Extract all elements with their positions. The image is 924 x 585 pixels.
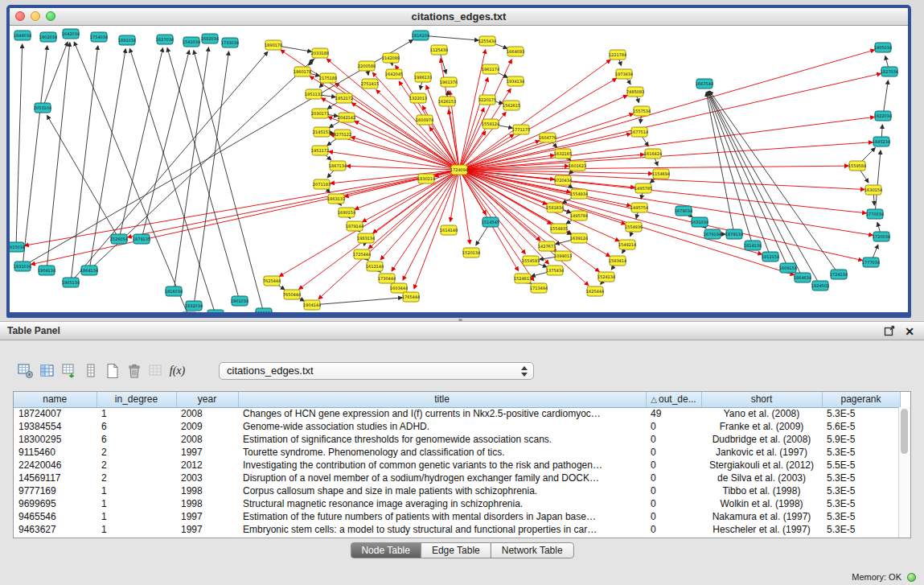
table-cell[interactable]: 2 <box>97 459 176 472</box>
table-cell[interactable]: Embryonic stem cells: a model to study s… <box>238 523 646 536</box>
table-settings-button[interactable] <box>14 361 36 381</box>
table-cell[interactable]: 0 <box>646 420 701 433</box>
table-row[interactable]: 1456911722003Disruption of a novel membe… <box>14 472 900 484</box>
table-cell[interactable]: 19384554 <box>14 420 97 433</box>
table-cell[interactable]: 2 <box>97 446 176 459</box>
table-cell[interactable]: 2009 <box>176 420 238 433</box>
table-cell[interactable]: 0 <box>646 459 701 472</box>
table-cell[interactable]: 5.9E-5 <box>822 433 900 446</box>
table-cell[interactable]: Investigating the contribution of common… <box>238 459 646 472</box>
table-cell[interactable]: Estimation of significance thresholds fo… <box>238 433 646 446</box>
table-cell[interactable]: 2003 <box>176 472 238 484</box>
column-header-title[interactable]: title <box>238 392 646 407</box>
tab-network-table[interactable]: Network Table <box>491 542 574 558</box>
table-row[interactable]: 1830029562008Estimation of significance … <box>14 433 900 446</box>
table-cell[interactable]: 1997 <box>176 510 238 523</box>
table-row[interactable]: 1872400712008Changes of HCN gene express… <box>14 407 900 420</box>
table-cell[interactable]: Franke et al. (2009) <box>701 420 822 433</box>
column-header-short[interactable]: short <box>701 392 822 407</box>
table-cell[interactable]: Yano et al. (2008) <box>701 407 822 420</box>
table-cell[interactable]: 1998 <box>176 484 238 497</box>
table-cell[interactable]: Changes of HCN gene expression and I(f) … <box>238 407 646 420</box>
function-builder-button[interactable]: f(x) <box>166 361 188 381</box>
table-cell[interactable]: 6 <box>97 433 176 446</box>
table-cell[interactable]: 5.3E-5 <box>822 472 900 484</box>
table-cell[interactable]: 0 <box>646 472 701 484</box>
table-cell[interactable]: 1 <box>97 497 176 510</box>
table-cell[interactable]: Disruption of a novel member of a sodium… <box>238 472 646 484</box>
table-scrollbar-thumb[interactable] <box>901 409 908 454</box>
table-cell[interactable]: 49 <box>646 407 701 420</box>
close-panel-icon[interactable]: ✕ <box>905 323 914 340</box>
table-cell[interactable]: 5.3E-5 <box>822 523 900 536</box>
table-cell[interactable]: 5.6E-5 <box>822 420 900 433</box>
table-cell[interactable]: 0 <box>646 446 701 459</box>
column-header-name[interactable]: name <box>14 392 97 407</box>
table-cell[interactable]: 1 <box>97 484 176 497</box>
table-cell[interactable]: 5.3E-5 <box>822 510 900 523</box>
table-cell[interactable]: 9699695 <box>14 497 97 510</box>
memory-status[interactable]: Memory: OK <box>852 572 901 582</box>
table-row[interactable]: 977716911998Corpus callosum shape and si… <box>14 484 900 497</box>
column-header-year[interactable]: year <box>176 392 238 407</box>
table-cell[interactable]: Wolkin et al. (1998) <box>701 497 822 510</box>
table-cell[interactable]: 5.5E-5 <box>822 459 900 472</box>
network-canvas[interactable]: 1724094189017820331881860178217518819511… <box>10 26 908 312</box>
column-header-in-degree[interactable]: in_degree <box>97 392 176 407</box>
table-scrollbar[interactable] <box>898 407 910 538</box>
table-cell[interactable]: Hescheler et al. (1997) <box>701 523 822 536</box>
table-cell[interactable]: 0 <box>646 433 701 446</box>
row-view-button[interactable] <box>80 361 101 381</box>
table-cell[interactable]: 1 <box>97 407 176 420</box>
table-cell[interactable]: 5.3E-5 <box>822 407 900 420</box>
table-cell[interactable]: 2008 <box>176 433 238 446</box>
table-cell[interactable]: Estimation of the future numbers of pati… <box>238 510 646 523</box>
table-cell[interactable]: 1998 <box>176 497 238 510</box>
table-cell[interactable]: 18724007 <box>14 407 97 420</box>
table-cell[interactable]: 22420046 <box>14 459 97 472</box>
table-cell[interactable]: 1997 <box>176 446 238 459</box>
new-table-button[interactable] <box>101 361 123 381</box>
table-cell[interactable]: Structural magnetic resonance image aver… <box>238 497 646 510</box>
column-visibility-button[interactable] <box>36 361 58 381</box>
table-row[interactable]: 946554611997Estimation of the future num… <box>14 510 900 523</box>
table-cell[interactable]: de Silva et al. (2003) <box>701 472 822 484</box>
table-cell[interactable]: 9115460 <box>14 446 97 459</box>
close-window-button[interactable] <box>15 11 25 21</box>
table-cell[interactable]: 9463627 <box>14 523 97 536</box>
table-row[interactable]: 1938455462009Genome-wide association stu… <box>14 420 900 433</box>
table-cell[interactable]: Tourette syndrome. Phenomenology and cla… <box>238 446 646 459</box>
tab-node-table[interactable]: Node Table <box>350 542 421 558</box>
network-window-titlebar[interactable]: citations_edges.txt <box>10 8 908 26</box>
table-cell[interactable]: 2008 <box>176 407 238 420</box>
table-cell[interactable]: 1 <box>97 523 176 536</box>
import-table-button[interactable] <box>58 361 80 381</box>
table-cell[interactable]: Stergiakouli et al. (2012) <box>701 459 822 472</box>
delete-table-button[interactable] <box>123 361 145 381</box>
minimize-window-button[interactable] <box>31 11 40 21</box>
table-row[interactable]: 969969511998Structural magnetic resonanc… <box>14 497 900 510</box>
table-cell[interactable]: Jankovic et al. (1997) <box>701 446 822 459</box>
table-row[interactable]: 911546021997Tourette syndrome. Phenomeno… <box>14 446 900 459</box>
table-cell[interactable]: Dudbridge et al. (2008) <box>701 433 822 446</box>
float-panel-icon[interactable] <box>884 325 895 336</box>
table-cell[interactable]: 2012 <box>176 459 238 472</box>
table-cell[interactable]: 5.3E-5 <box>822 446 900 459</box>
table-cell[interactable]: 14569117 <box>14 472 97 484</box>
table-cell[interactable]: 0 <box>646 523 701 536</box>
zoom-window-button[interactable] <box>46 11 55 21</box>
table-cell[interactable]: Nakamura et al. (1997) <box>701 510 822 523</box>
table-cell[interactable]: 0 <box>646 497 701 510</box>
table-cell[interactable]: Corpus callosum shape and size in male p… <box>238 484 646 497</box>
column-header-out-degree[interactable]: △out_de... <box>646 392 701 407</box>
table-row[interactable]: 2242004622012Investigating the contribut… <box>14 459 900 472</box>
table-cell[interactable]: 6 <box>97 420 176 433</box>
table-cell[interactable]: Genome-wide association studies in ADHD. <box>238 420 646 433</box>
table-cell[interactable]: 9465546 <box>14 510 97 523</box>
table-cell[interactable]: 5.3E-5 <box>822 497 900 510</box>
table-cell[interactable]: 0 <box>646 484 701 497</box>
table-cell[interactable]: Tibbo et al. (1998) <box>701 484 822 497</box>
table-cell[interactable]: 9777169 <box>14 484 97 497</box>
table-cell[interactable]: 2 <box>97 472 176 484</box>
table-cell[interactable]: 1 <box>97 510 176 523</box>
